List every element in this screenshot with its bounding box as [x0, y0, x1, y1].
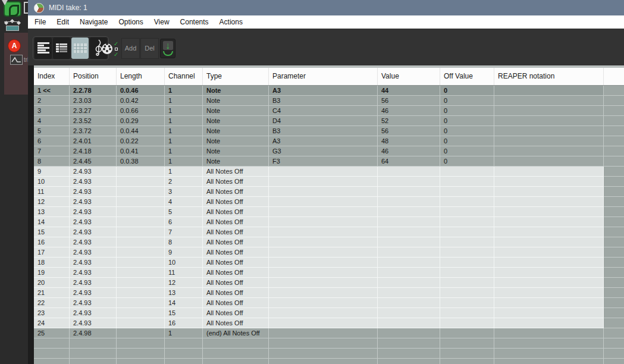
event-row[interactable]: 142.4.936All Notes Off: [34, 217, 624, 227]
event-row[interactable]: 182.4.9310All Notes Off: [34, 258, 624, 268]
cell-value: [378, 318, 440, 328]
column-header-channel[interactable]: Channel: [165, 68, 203, 85]
event-row[interactable]: 212.4.9313All Notes Off: [34, 288, 624, 298]
menu-item-actions[interactable]: Actions: [214, 15, 248, 29]
cell-reaper-notation: [494, 237, 604, 247]
event-row[interactable]: 22.3.030.0.421NoteB3560: [34, 96, 624, 106]
event-row[interactable]: 62.4.010.0.221NoteA3480: [34, 136, 624, 146]
cell-reaper-notation: [494, 167, 604, 177]
cell-channel: 1: [165, 146, 203, 156]
column-header-parameter[interactable]: Parameter: [269, 68, 378, 85]
cell-position: 2.4.93: [70, 278, 117, 288]
event-list-view-button[interactable]: [71, 37, 89, 59]
cell-type: Note: [203, 116, 269, 126]
row-spacer: [604, 156, 624, 167]
event-row[interactable]: 232.4.9315All Notes Off: [34, 308, 624, 318]
cell-parameter: [269, 167, 378, 177]
dock-window-button[interactable]: ↓: [160, 39, 175, 58]
column-header-position[interactable]: Position: [70, 68, 117, 85]
cell-reaper-notation: [494, 96, 604, 106]
cell-parameter: [269, 268, 378, 278]
event-row[interactable]: 242.4.9316All Notes Off: [34, 318, 624, 328]
event-row[interactable]: 202.4.9312All Notes Off: [34, 278, 624, 288]
event-row[interactable]: 172.4.939All Notes Off: [34, 247, 624, 258]
event-row[interactable]: 82.4.450.0.381NoteF3640: [34, 156, 624, 167]
event-row[interactable]: 162.4.938All Notes Off: [34, 237, 624, 247]
menu-item-edit[interactable]: Edit: [51, 15, 74, 29]
named-notes-view-button[interactable]: [53, 37, 70, 59]
title-bar[interactable]: MIDI take: 1: [28, 0, 624, 15]
automation-envelope-icon[interactable]: [3, 18, 23, 33]
track-record-icon[interactable]: [4, 1, 21, 17]
event-row[interactable]: 252.4.981(end) All Notes Off: [34, 328, 624, 338]
cell-parameter: A3: [269, 86, 378, 96]
cell-value: [378, 207, 440, 217]
table-header: IndexPositionLengthChannelTypeParameterV…: [34, 68, 624, 86]
cell-type: All Notes Off: [203, 258, 269, 268]
cell-parameter: [269, 207, 378, 217]
event-row[interactable]: 42.3.520.0.291NoteD4520: [34, 116, 624, 126]
column-header-off-value[interactable]: Off Value: [440, 68, 494, 85]
cell-reaper-notation: [494, 106, 604, 116]
reaper-logo-icon: [34, 3, 44, 13]
row-spacer: [604, 146, 624, 156]
cell-type: All Notes Off: [203, 227, 269, 237]
cell-value: 46: [378, 106, 440, 116]
cell-value: [378, 258, 440, 268]
event-row[interactable]: 112.4.933All Notes Off: [34, 187, 624, 197]
cell-index: 17: [34, 247, 70, 258]
menu-item-options[interactable]: Options: [113, 15, 148, 29]
add-event-button[interactable]: Add: [121, 38, 140, 59]
cell-parameter: [269, 349, 378, 359]
cell-channel: 1: [165, 86, 203, 96]
cell-off-value: [440, 258, 494, 268]
cell-type: All Notes Off: [203, 207, 269, 217]
event-row[interactable]: 72.4.180.0.411NoteG3460: [34, 146, 624, 156]
automation-badge[interactable]: A: [8, 39, 21, 52]
cell-channel: 10: [165, 258, 203, 268]
column-header-length[interactable]: Length: [117, 68, 165, 85]
cell-length: 0.0.66: [117, 106, 165, 116]
event-row[interactable]: 102.4.932All Notes Off: [34, 177, 624, 187]
column-header-reaper-notation[interactable]: REAPER notation: [494, 68, 604, 85]
menu-item-navigate[interactable]: Navigate: [74, 15, 113, 29]
delete-event-button[interactable]: Del: [140, 38, 159, 59]
cell-index: 16: [34, 237, 70, 247]
event-row[interactable]: 152.4.937All Notes Off: [34, 227, 624, 237]
column-header-value[interactable]: Value: [378, 68, 440, 85]
cell-parameter: C4: [269, 106, 378, 116]
row-spacer: [604, 298, 624, 308]
filter-events-button[interactable]: ✓✓: [101, 38, 121, 59]
cell-type: All Notes Off: [203, 268, 269, 278]
cell-type: (end) All Notes Off: [203, 328, 269, 338]
column-header-type[interactable]: Type: [203, 68, 269, 85]
event-row[interactable]: 1 <<2.2.780.0.461NoteA3440: [34, 86, 624, 96]
event-row[interactable]: 192.4.9311All Notes Off: [34, 268, 624, 278]
menu-item-contents[interactable]: Contents: [175, 15, 214, 29]
row-spacer: [604, 278, 624, 288]
piano-roll-view-button[interactable]: [35, 37, 52, 59]
menu-item-view[interactable]: View: [149, 15, 175, 29]
cell-index: 23: [34, 308, 70, 318]
cell-parameter: [269, 187, 378, 197]
cell-channel: 4: [165, 197, 203, 207]
event-row[interactable]: 52.3.720.0.441NoteB3560: [34, 126, 624, 136]
cell-type: Note: [203, 136, 269, 146]
cell-value: [378, 167, 440, 177]
row-spacer: [604, 328, 624, 338]
event-row[interactable]: 122.4.934All Notes Off: [34, 197, 624, 207]
row-spacer: [604, 359, 624, 364]
cell-parameter: [269, 278, 378, 288]
menu-item-file[interactable]: File: [29, 15, 51, 29]
event-row[interactable]: 92.4.931All Notes Off: [34, 167, 624, 177]
cell-parameter: [269, 359, 378, 364]
event-row[interactable]: 222.4.9314All Notes Off: [34, 298, 624, 308]
cell-position: 2.3.72: [70, 126, 117, 136]
cell-index: [34, 338, 70, 349]
envelope-thumbnail[interactable]: [10, 55, 23, 65]
event-row[interactable]: 32.3.270.0.661NoteC4460: [34, 106, 624, 116]
column-header-index[interactable]: Index: [34, 68, 70, 85]
cell-position: [70, 338, 117, 349]
event-row[interactable]: 132.4.935All Notes Off: [34, 207, 624, 217]
cell-off-value: [440, 318, 494, 328]
